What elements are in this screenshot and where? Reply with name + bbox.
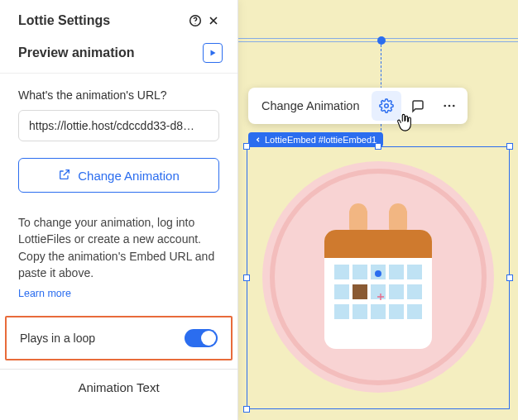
svg-rect-23: [389, 304, 404, 319]
help-text: To change your animation, log into Lotti…: [18, 216, 214, 279]
svg-rect-16: [334, 284, 349, 299]
animation-url-input[interactable]: https://lottie.host/cdccdd33-d8…: [18, 110, 219, 141]
svg-rect-24: [407, 304, 422, 319]
animation-text-section[interactable]: Animation Text: [0, 369, 237, 405]
svg-point-3: [444, 105, 446, 107]
loop-toggle[interactable]: [185, 329, 218, 347]
svg-rect-21: [353, 304, 367, 319]
svg-rect-15: [407, 265, 422, 279]
plays-in-a-loop-row: Plays in a loop: [5, 316, 233, 360]
resize-handle[interactable]: [243, 274, 250, 281]
resize-handle[interactable]: [375, 143, 381, 150]
resize-handle[interactable]: [506, 143, 513, 150]
svg-point-4: [448, 105, 450, 107]
svg-rect-14: [389, 265, 404, 279]
resize-handle[interactable]: [506, 274, 513, 281]
help-icon[interactable]: [186, 12, 204, 30]
url-field-label: What's the animation's URL?: [18, 88, 219, 102]
svg-point-5: [452, 105, 454, 107]
svg-rect-12: [353, 265, 367, 279]
resize-handle[interactable]: [243, 143, 250, 150]
element-badge[interactable]: LottieEmbed #lottieEmbed1: [248, 132, 383, 147]
editor-canvas[interactable]: Change Animation LottieEmbed #lottieEmbe…: [238, 0, 518, 420]
more-icon[interactable]: [434, 91, 464, 121]
resize-handle[interactable]: [243, 406, 250, 413]
svg-rect-25: [353, 284, 367, 299]
settings-icon[interactable]: [372, 91, 401, 121]
svg-rect-18: [389, 284, 404, 299]
svg-point-26: [375, 270, 381, 277]
svg-rect-20: [334, 304, 349, 319]
panel-title: Lottie Settings: [18, 13, 186, 28]
change-animation-button[interactable]: Change Animation: [18, 158, 219, 193]
center-pin-icon: [377, 36, 386, 45]
preview-animation-label: Preview animation: [18, 45, 203, 60]
svg-rect-19: [407, 284, 422, 299]
svg-point-2: [384, 104, 388, 108]
external-link-icon: [58, 168, 71, 184]
comment-icon[interactable]: [403, 91, 433, 121]
element-toolbar: Change Animation: [248, 88, 468, 124]
svg-rect-11: [334, 265, 349, 279]
close-icon[interactable]: [204, 12, 223, 30]
play-button[interactable]: [203, 43, 223, 63]
loop-label: Plays in a loop: [20, 332, 185, 345]
lottie-preview: [253, 152, 503, 402]
lottie-settings-panel: Lottie Settings Preview animation What's…: [0, 0, 238, 420]
learn-more-link[interactable]: Learn more: [18, 286, 71, 301]
svg-rect-22: [371, 304, 386, 319]
change-animation-toolbar-button[interactable]: Change Animation: [252, 91, 370, 121]
svg-point-1: [194, 23, 195, 24]
